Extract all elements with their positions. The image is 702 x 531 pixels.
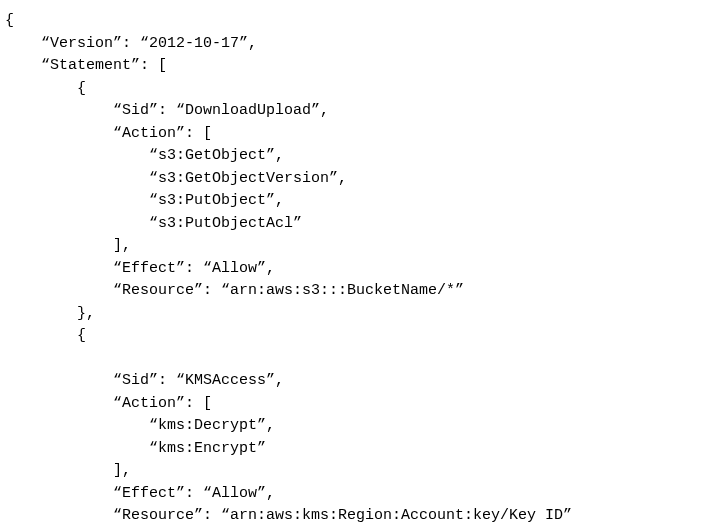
code-line: {: [5, 12, 14, 29]
code-line: “Action”: [: [5, 125, 212, 142]
code-line: “Version”: “2012-10-17”,: [5, 35, 257, 52]
code-line: {: [5, 327, 86, 344]
code-line: “Resource”: “arn:aws:s3:::BucketName/*”: [5, 282, 464, 299]
code-line: “Statement”: [: [5, 57, 167, 74]
code-line: {: [5, 80, 86, 97]
code-line: “Resource”: “arn:aws:kms:Region:Account:…: [5, 507, 572, 524]
code-line: “Effect”: “Allow”,: [5, 485, 275, 502]
code-line: “Effect”: “Allow”,: [5, 260, 275, 277]
code-line: “Sid”: “DownloadUpload”,: [5, 102, 329, 119]
code-line: “Sid”: “KMSAccess”,: [5, 372, 284, 389]
code-line: “kms:Encrypt”: [5, 440, 266, 457]
code-line: },: [5, 305, 95, 322]
code-line: “s3:GetObjectVersion”,: [5, 170, 347, 187]
code-line: “s3:GetObject”,: [5, 147, 284, 164]
code-line: “s3:PutObject”,: [5, 192, 284, 209]
code-line: “kms:Decrypt”,: [5, 417, 275, 434]
code-line: ],: [5, 237, 131, 254]
code-line: ],: [5, 462, 131, 479]
code-line: “Action”: [: [5, 395, 212, 412]
iam-policy-code-block: { “Version”: “2012-10-17”, “Statement”: …: [5, 10, 697, 531]
code-line: “s3:PutObjectAcl”: [5, 215, 302, 232]
